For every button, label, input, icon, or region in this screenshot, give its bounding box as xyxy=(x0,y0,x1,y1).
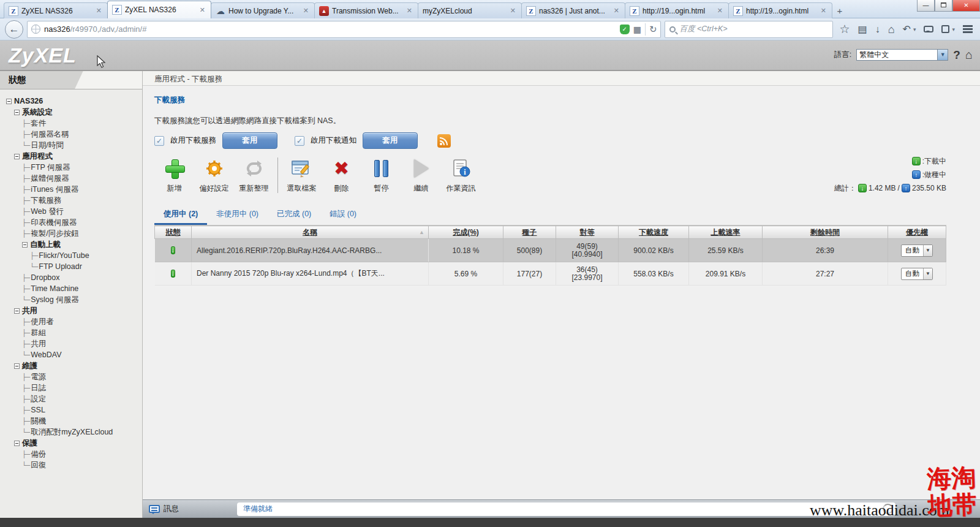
language-select[interactable]: 繁體中文 ▼ xyxy=(856,49,948,61)
home-icon[interactable]: ⌂ xyxy=(888,24,895,35)
browser-tab[interactable]: ▲Transmission Web...✕ xyxy=(314,2,418,18)
qr-code-icon[interactable]: ▦ xyxy=(633,25,641,34)
sidebar-item[interactable]: ├─群組 xyxy=(6,327,140,338)
sidebar-item[interactable]: 應用程式 xyxy=(6,151,140,162)
sidebar-item[interactable]: ├─日誌 xyxy=(6,382,140,393)
task-info-button[interactable]: i作業資訊 xyxy=(441,157,481,194)
sidebar-item[interactable]: ├─媒體伺服器 xyxy=(6,173,140,184)
collapse-icon[interactable] xyxy=(14,154,20,159)
sidebar-item[interactable]: └─WebDAV xyxy=(6,349,140,360)
sidebar-item[interactable]: 共用 xyxy=(6,305,140,316)
sidebar-item[interactable]: ├─電源 xyxy=(6,371,140,382)
column-header[interactable]: 對等 xyxy=(556,226,619,239)
sidebar-item[interactable]: └─回復 xyxy=(6,460,140,471)
help-button[interactable]: ? xyxy=(953,48,960,62)
tab-filter[interactable]: 非使用中 (0) xyxy=(207,206,268,225)
sidebar-item[interactable]: ├─印表機伺服器 xyxy=(6,217,140,228)
priority-select[interactable]: 自動▼ xyxy=(901,268,933,280)
tab-filter[interactable]: 錯誤 (0) xyxy=(320,206,366,225)
column-header[interactable]: 上載速率 xyxy=(689,226,763,239)
sidebar-item[interactable]: ├─複製/同步按鈕 xyxy=(6,228,140,239)
new-tab-button[interactable]: + xyxy=(832,4,848,18)
url-bar[interactable]: nas326/r49970,/adv,/admin/# ✓ ▦ ↻ xyxy=(27,21,661,38)
chat-icon[interactable] xyxy=(924,26,933,32)
sidebar-item[interactable]: ├─Web 發行 xyxy=(6,206,140,217)
chevron-down-icon[interactable]: ▾ xyxy=(952,26,955,32)
browser-tab[interactable]: Zhttp://19...ogin.html✕ xyxy=(625,2,729,18)
chevron-down-icon[interactable]: ▼ xyxy=(937,50,948,60)
delete-button[interactable]: ✖刪除 xyxy=(322,157,361,194)
close-button[interactable]: ✕ xyxy=(952,0,980,12)
sidebar-item[interactable]: ├─SSL xyxy=(6,404,140,415)
sidebar-item[interactable]: ├─Flickr/YouTube xyxy=(6,250,140,261)
sidebar-item[interactable]: ├─設定 xyxy=(6,393,140,404)
tab-filter[interactable]: 已完成 (0) xyxy=(268,206,320,225)
collapse-icon[interactable] xyxy=(6,99,12,104)
browser-tab[interactable]: Znas326 | Just anot...✕ xyxy=(521,2,625,18)
collapse-icon[interactable] xyxy=(14,110,20,115)
resume-button[interactable]: 繼續 xyxy=(401,157,441,194)
rss-icon[interactable] xyxy=(437,134,451,148)
tab-close-icon[interactable]: ✕ xyxy=(95,7,103,15)
sidebar-item[interactable]: ├─Time Machine xyxy=(6,283,140,294)
checkbox[interactable]: ✓ xyxy=(295,136,304,146)
checkbox[interactable]: ✓ xyxy=(154,136,164,146)
apply-button[interactable]: 套用 xyxy=(363,132,418,149)
table-row[interactable]: ↓Allegiant.2016.RERIP.720p.BluRay.H264.A… xyxy=(155,239,946,262)
bookmark-star-icon[interactable]: ☆ xyxy=(839,23,850,35)
column-header[interactable]: 優先權 xyxy=(888,226,946,239)
sidebar-item[interactable]: ├─FTP 伺服器 xyxy=(6,162,140,173)
sidebar-item[interactable]: ├─下載服務 xyxy=(6,195,140,206)
tab-close-icon[interactable]: ✕ xyxy=(716,7,724,15)
sidebar-item[interactable]: ├─iTunes 伺服器 xyxy=(6,184,140,195)
column-header[interactable]: 完成(%) xyxy=(429,226,503,239)
reload-icon[interactable]: ↻ xyxy=(649,24,657,35)
clip-page-icon[interactable] xyxy=(941,25,949,33)
tab-close-icon[interactable]: ✕ xyxy=(509,7,517,15)
sidebar-item[interactable]: ├─備份 xyxy=(6,449,140,460)
sidebar-item[interactable]: 自動上載 xyxy=(6,239,140,250)
table-row[interactable]: ↓Der Nanny 2015 720p Blu-ray x264-Lund.m… xyxy=(155,262,946,286)
browser-tab[interactable]: ZZyXEL NAS326✕ xyxy=(4,2,108,18)
sidebar-item[interactable]: ├─共用 xyxy=(6,338,140,349)
browser-tab[interactable]: myZyXELcloud✕ xyxy=(418,2,522,18)
collapse-icon[interactable] xyxy=(14,441,20,446)
bookmarks-list-icon[interactable]: ▤ xyxy=(858,25,867,34)
column-header[interactable]: 狀態 xyxy=(155,226,192,239)
back-button[interactable]: ← xyxy=(5,20,23,39)
minimize-button[interactable]: — xyxy=(917,0,935,12)
refresh-button[interactable]: 重新整理 xyxy=(234,157,274,194)
pause-button[interactable]: 暫停 xyxy=(361,157,401,194)
tab-close-icon[interactable]: ✕ xyxy=(198,6,206,14)
sidebar-item[interactable]: ├─伺服器名稱 xyxy=(6,129,140,140)
app-home-button[interactable]: ⌂ xyxy=(965,48,973,62)
collapse-icon[interactable] xyxy=(14,308,20,314)
column-header[interactable]: 下載速度 xyxy=(619,226,689,239)
security-shield-icon[interactable]: ✓ xyxy=(620,25,630,34)
restore-button[interactable] xyxy=(935,0,952,12)
select-files-button[interactable]: 選取檔案 xyxy=(282,157,322,194)
tab-close-icon[interactable]: ✕ xyxy=(405,7,413,15)
collapse-icon[interactable] xyxy=(14,363,20,369)
preferences-button[interactable]: 偏好設定 xyxy=(194,157,234,194)
collapse-icon[interactable] xyxy=(22,242,28,248)
sidebar-item[interactable]: └─FTP Uploadr xyxy=(6,261,140,272)
priority-select[interactable]: 自動▼ xyxy=(901,245,933,257)
tab-close-icon[interactable]: ✕ xyxy=(820,7,827,15)
chevron-down-icon[interactable]: ▾ xyxy=(913,26,916,32)
sidebar-item[interactable]: └─取消配對myZyXELcloud xyxy=(6,427,140,438)
column-header[interactable]: 名稱▲ xyxy=(192,226,429,239)
history-undo-icon[interactable]: ↶ xyxy=(903,25,911,34)
tab-close-icon[interactable]: ✕ xyxy=(612,7,620,15)
add-button[interactable]: 新增 xyxy=(154,157,194,194)
sidebar-item[interactable]: 系統設定 xyxy=(6,107,140,118)
sidebar-item[interactable]: ├─關機 xyxy=(6,415,140,427)
sidebar-item[interactable]: NAS326 xyxy=(6,96,140,107)
tab-close-icon[interactable]: ✕ xyxy=(302,7,310,15)
tab-active[interactable]: 使用中 (2) xyxy=(154,206,207,225)
sidebar-item[interactable]: 保護 xyxy=(6,438,140,449)
column-header[interactable]: 剩餘時間 xyxy=(763,226,888,239)
apply-button[interactable]: 套用 xyxy=(222,132,277,149)
downloads-icon[interactable]: ↓ xyxy=(875,25,880,34)
browser-tab[interactable]: ZZyXEL NAS326✕ xyxy=(107,1,211,18)
